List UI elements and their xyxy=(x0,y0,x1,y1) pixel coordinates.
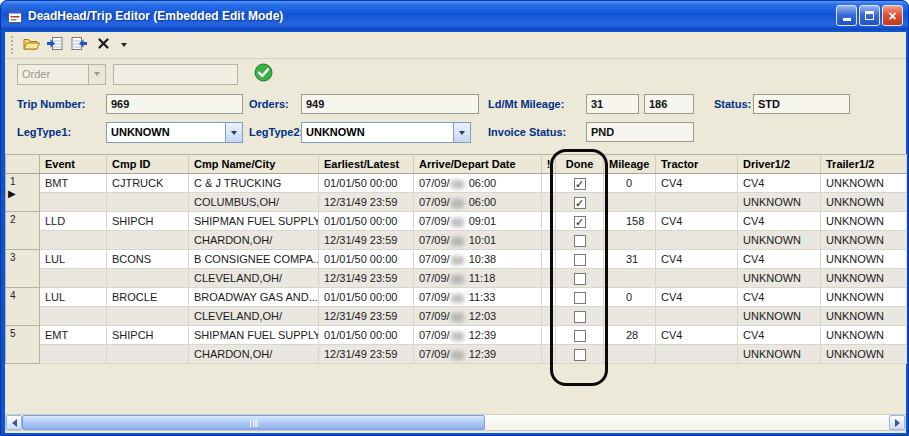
cell-city[interactable]: COLUMBUS,OH/ xyxy=(189,193,319,212)
cell-trailer2[interactable]: UNKNOWN xyxy=(821,345,907,364)
legtype1-select[interactable]: UNKNOWN xyxy=(106,122,243,143)
insert-stop-button[interactable] xyxy=(43,34,67,56)
cell-arrive-date[interactable]: 07/09/ 11:33 xyxy=(414,288,542,307)
scroll-right-button[interactable] xyxy=(889,415,905,430)
cell-event[interactable]: BMT xyxy=(40,174,107,193)
cell-done-arrive[interactable] xyxy=(556,250,604,269)
row-header-2[interactable]: 2 xyxy=(6,212,40,250)
cell-driver2[interactable]: UNKNOWN xyxy=(738,231,821,250)
minimize-button[interactable] xyxy=(836,5,857,26)
cell-mileage-2[interactable] xyxy=(604,345,656,364)
cell-event-2[interactable] xyxy=(40,269,107,288)
cell-done-depart[interactable] xyxy=(556,269,604,288)
orders-field[interactable] xyxy=(301,94,479,114)
cell-depart-date[interactable]: 07/09/ 06:00 xyxy=(414,193,542,212)
column-header-trailer[interactable]: Trailer1/2 xyxy=(821,155,907,174)
invoice-status-field[interactable] xyxy=(586,122,694,142)
cell-alert-2[interactable] xyxy=(542,307,556,326)
cell-tractor-2[interactable] xyxy=(656,345,738,364)
cell-driver1[interactable]: CV4 xyxy=(738,174,821,193)
column-header-alert[interactable]: ! xyxy=(542,155,556,174)
cell-driver1[interactable]: CV4 xyxy=(738,250,821,269)
cell-alert-2[interactable] xyxy=(542,231,556,250)
cell-trailer2[interactable]: UNKNOWN xyxy=(821,231,907,250)
cell-done-depart[interactable] xyxy=(556,231,604,250)
cell-done-depart[interactable] xyxy=(556,345,604,364)
cell-mileage-2[interactable] xyxy=(604,307,656,326)
column-header-cmp-name-city[interactable]: Cmp Name/City xyxy=(189,155,319,174)
scroll-left-button[interactable] xyxy=(6,415,22,430)
cell-tractor-2[interactable] xyxy=(656,193,738,212)
title-bar[interactable]: DeadHead/Trip Editor (Embedded Edit Mode… xyxy=(1,1,908,30)
cell-cmp-id-2[interactable] xyxy=(107,269,189,288)
cell-depart-date[interactable]: 07/09/ 11:18 xyxy=(414,269,542,288)
cell-event[interactable]: LUL xyxy=(40,250,107,269)
cell-event-2[interactable] xyxy=(40,193,107,212)
done-checkbox[interactable] xyxy=(574,254,586,266)
cell-tractor[interactable]: CV4 xyxy=(656,250,738,269)
cell-city[interactable]: CHARDON,OH/ xyxy=(189,345,319,364)
cell-done-arrive[interactable]: ✓ xyxy=(556,174,604,193)
column-header-cmp-id[interactable]: Cmp ID xyxy=(107,155,189,174)
cell-done-depart[interactable] xyxy=(556,307,604,326)
toolbar-grip[interactable] xyxy=(11,36,14,54)
done-checkbox[interactable] xyxy=(574,273,586,285)
chevron-down-icon[interactable] xyxy=(225,123,242,142)
cell-city[interactable]: CLEVELAND,OH/ xyxy=(189,269,319,288)
cell-alert[interactable] xyxy=(542,288,556,307)
cell-cmp-name[interactable]: BROADWAY GAS AND... xyxy=(189,288,319,307)
row-header-1[interactable]: 1▶ xyxy=(6,174,40,212)
done-checkbox[interactable]: ✓ xyxy=(574,197,586,209)
cell-latest[interactable]: 12/31/49 23:59 xyxy=(319,345,414,364)
delete-stop-button[interactable] xyxy=(91,34,115,56)
cell-cmp-id[interactable]: SHIPCH xyxy=(107,212,189,231)
cell-tractor-2[interactable] xyxy=(656,269,738,288)
cell-cmp-name[interactable]: B CONSIGNEE COMPA... xyxy=(189,250,319,269)
cell-mileage-2[interactable] xyxy=(604,193,656,212)
cell-tractor-2[interactable] xyxy=(656,231,738,250)
column-header-done[interactable]: Done xyxy=(556,155,604,174)
close-button[interactable]: × xyxy=(882,5,903,26)
column-header-tractor[interactable]: Tractor xyxy=(656,155,738,174)
mt-mileage-field[interactable] xyxy=(644,94,694,114)
cell-done-arrive[interactable] xyxy=(556,326,604,345)
cell-tractor[interactable]: CV4 xyxy=(656,288,738,307)
cell-trailer2[interactable]: UNKNOWN xyxy=(821,269,907,288)
cell-mileage[interactable]: 158 xyxy=(604,212,656,231)
cell-cmp-id-2[interactable] xyxy=(107,231,189,250)
cell-tractor-2[interactable] xyxy=(656,307,738,326)
cell-event-2[interactable] xyxy=(40,231,107,250)
cell-cmp-id[interactable]: SHIPCH xyxy=(107,326,189,345)
cell-alert[interactable] xyxy=(542,174,556,193)
cell-alert[interactable] xyxy=(542,326,556,345)
cell-city[interactable]: CLEVELAND,OH/ xyxy=(189,307,319,326)
cell-driver2[interactable]: UNKNOWN xyxy=(738,307,821,326)
cell-tractor[interactable]: CV4 xyxy=(656,212,738,231)
cell-arrive-date[interactable]: 07/09/ 06:00 xyxy=(414,174,542,193)
done-checkbox[interactable]: ✓ xyxy=(574,216,586,228)
cell-mileage[interactable]: 28 xyxy=(604,326,656,345)
cell-arrive-date[interactable]: 07/09/ 12:39 xyxy=(414,326,542,345)
cell-event-2[interactable] xyxy=(40,307,107,326)
column-header-arrive-depart-date[interactable]: Arrive/Depart Date xyxy=(414,155,542,174)
chevron-down-icon[interactable] xyxy=(453,123,470,142)
cell-city[interactable]: CHARDON,OH/ xyxy=(189,231,319,250)
cell-latest[interactable]: 12/31/49 23:59 xyxy=(319,231,414,250)
cell-arrive-date[interactable]: 07/09/ 09:01 xyxy=(414,212,542,231)
cell-tractor[interactable]: CV4 xyxy=(656,326,738,345)
cell-event[interactable]: EMT xyxy=(40,326,107,345)
cell-earliest[interactable]: 01/01/50 00:00 xyxy=(319,250,414,269)
row-header-3[interactable]: 3 xyxy=(6,250,40,288)
cell-trailer2[interactable]: UNKNOWN xyxy=(821,307,907,326)
cell-earliest[interactable]: 01/01/50 00:00 xyxy=(319,212,414,231)
cell-driver1[interactable]: CV4 xyxy=(738,288,821,307)
cell-mileage[interactable]: 0 xyxy=(604,174,656,193)
cell-done-depart[interactable]: ✓ xyxy=(556,193,604,212)
cell-trailer1[interactable]: UNKNOWN xyxy=(821,174,907,193)
cell-event-2[interactable] xyxy=(40,345,107,364)
cell-trailer1[interactable]: UNKNOWN xyxy=(821,288,907,307)
maximize-button[interactable] xyxy=(859,5,880,26)
cell-trailer1[interactable]: UNKNOWN xyxy=(821,250,907,269)
row-header-4[interactable]: 4 xyxy=(6,288,40,326)
cell-trailer1[interactable]: UNKNOWN xyxy=(821,326,907,345)
